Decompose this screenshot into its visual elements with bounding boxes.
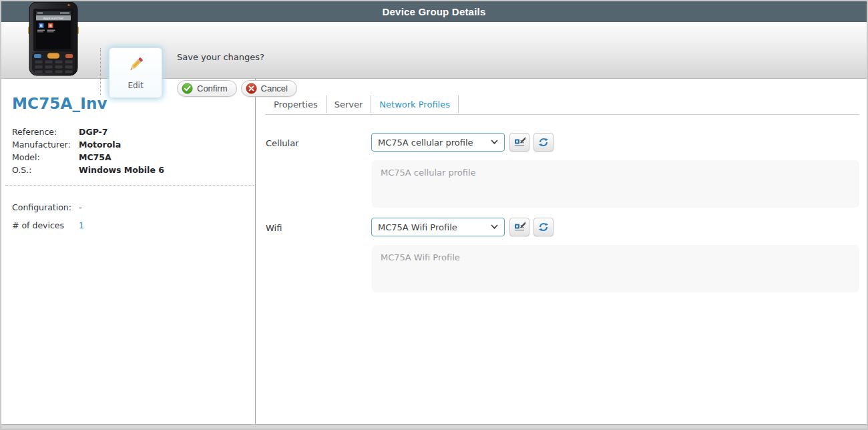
device-group-details-window: Device Group Details Edit Save bbox=[0, 0, 868, 430]
refresh-icon bbox=[538, 222, 549, 232]
tab-network-profiles[interactable]: Network Profiles bbox=[371, 95, 459, 113]
property-value: MC75A bbox=[79, 152, 112, 162]
cellular-refresh-button[interactable] bbox=[533, 133, 554, 152]
property-label: Model: bbox=[12, 152, 79, 162]
property-label: Manufacturer: bbox=[12, 140, 79, 150]
property-label: Reference: bbox=[12, 127, 79, 137]
configuration-row: Configuration: - bbox=[12, 202, 252, 212]
edit-profile-icon bbox=[514, 137, 525, 148]
window-bottom-edge bbox=[1, 424, 867, 429]
tab-properties[interactable]: Properties bbox=[266, 95, 327, 113]
refresh-icon bbox=[538, 137, 549, 148]
property-row-manufacturer: Manufacturer: Motorola bbox=[12, 138, 252, 151]
check-circle-icon bbox=[182, 83, 193, 94]
edit-profile-icon bbox=[514, 222, 525, 232]
property-row-reference: Reference: DGP-7 bbox=[12, 126, 252, 138]
cellular-profile-selected-value: MC75A cellular profile bbox=[378, 138, 491, 148]
pencil-icon bbox=[126, 55, 145, 77]
wifi-edit-profile-button[interactable] bbox=[509, 218, 529, 236]
device-screen-title: AppLauncher bbox=[43, 17, 63, 20]
wifi-profile-description: MC75A Wifi Profile bbox=[372, 245, 859, 292]
property-value: Windows Mobile 6 bbox=[79, 165, 164, 175]
cellular-profile-description: MC75A cellular profile bbox=[372, 160, 859, 208]
devices-count-row: # of devices 1 bbox=[12, 220, 252, 230]
property-row-os: O.S.: Windows Mobile 6 bbox=[12, 164, 252, 176]
window-header: Device Group Details bbox=[1, 1, 867, 22]
cellular-profile-select[interactable]: MC75A cellular profile bbox=[371, 133, 505, 152]
panel-divider bbox=[255, 79, 256, 424]
wifi-profile-selected-value: MC75A Wifi Profile bbox=[378, 222, 491, 232]
cellular-label: Cellular bbox=[266, 138, 298, 148]
save-prompt-text: Save your changes? bbox=[177, 52, 264, 62]
tab-server[interactable]: Server bbox=[327, 95, 372, 113]
wifi-label: Wifi bbox=[266, 223, 282, 233]
property-row-model: Model: MC75A bbox=[12, 151, 252, 164]
cancel-button-label: Cancel bbox=[261, 83, 288, 93]
devices-count-link[interactable]: 1 bbox=[79, 220, 84, 230]
property-label: O.S.: bbox=[12, 165, 79, 175]
property-value: Motorola bbox=[79, 140, 121, 150]
summary-divider bbox=[5, 185, 254, 186]
edit-button-label: Edit bbox=[128, 81, 143, 90]
device-group-name: MC75A_Inv bbox=[12, 95, 107, 112]
confirm-button[interactable]: Confirm bbox=[177, 80, 237, 97]
devices-count-label: # of devices bbox=[12, 220, 79, 230]
property-value: DGP-7 bbox=[79, 127, 107, 137]
chevron-down-icon bbox=[491, 140, 498, 145]
device-image: AppLauncher bbox=[28, 2, 79, 79]
content-area: MC75A_Inv Reference: DGP-7 Manufacturer:… bbox=[1, 79, 867, 424]
prompt-buttons: Confirm Cancel bbox=[177, 80, 297, 97]
detail-tabs: Properties Server Network Profiles bbox=[266, 95, 459, 114]
device-group-properties: Reference: DGP-7 Manufacturer: Motorola … bbox=[12, 126, 252, 176]
cancel-button[interactable]: Cancel bbox=[241, 80, 297, 97]
wifi-refresh-button[interactable] bbox=[533, 218, 554, 236]
configuration-label: Configuration: bbox=[12, 202, 79, 212]
wifi-profile-select[interactable]: MC75A Wifi Profile bbox=[371, 218, 505, 236]
configuration-value: - bbox=[79, 202, 82, 212]
window-title: Device Group Details bbox=[383, 6, 486, 17]
cellular-edit-profile-button[interactable] bbox=[509, 133, 529, 152]
tabs-underline bbox=[266, 114, 859, 115]
confirm-button-label: Confirm bbox=[197, 83, 228, 93]
toolbar: Edit Save your changes? Confirm bbox=[1, 22, 867, 79]
edit-button[interactable]: Edit bbox=[109, 47, 162, 98]
chevron-down-icon bbox=[491, 224, 498, 230]
toolbar-separator bbox=[100, 48, 101, 95]
x-circle-icon bbox=[246, 83, 257, 94]
